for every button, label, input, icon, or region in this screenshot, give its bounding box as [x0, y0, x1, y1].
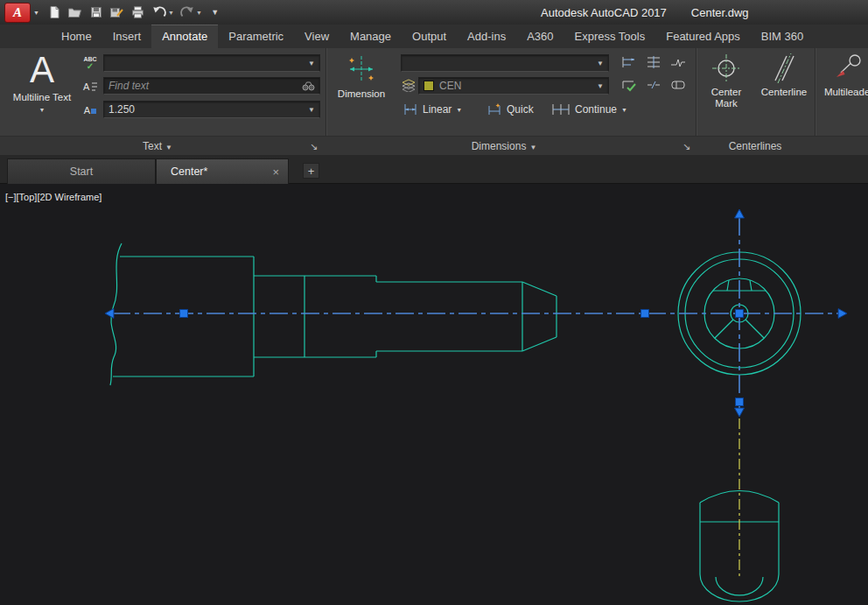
linear-dimension-button[interactable]: Linear ▼ — [402, 102, 462, 116]
quick-access-toolbar: ▼ ▼ ▼ — [45, 2, 225, 23]
layer-combo-arrow-icon[interactable]: ▼ — [593, 82, 604, 90]
grip-triangle-top[interactable] — [735, 209, 745, 218]
print-button[interactable] — [129, 2, 148, 23]
title-bar: A ▼ ▼ ▼ — [0, 0, 868, 25]
linear-label: Linear — [423, 103, 452, 116]
file-tab-start[interactable]: Start — [7, 158, 156, 184]
tab-manage[interactable]: Manage — [340, 25, 402, 48]
dimension-layer-combo[interactable]: CEN ▼ — [418, 77, 609, 95]
grip-square-center[interactable] — [736, 310, 744, 318]
tab-home[interactable]: Home — [51, 25, 102, 48]
viewport-minus-control[interactable]: [−] — [5, 192, 17, 202]
dim-break-icon — [645, 77, 662, 93]
grip-triangle-left[interactable] — [105, 309, 114, 319]
multiline-text-icon: A — [30, 50, 54, 90]
redo-button[interactable]: ▼ — [178, 2, 204, 23]
text-style-select[interactable]: ▼ — [103, 54, 320, 72]
center-mark-button[interactable]: Center Mark — [699, 52, 753, 109]
layer-color-swatch — [424, 81, 434, 91]
undo-dropdown-icon[interactable]: ▼ — [168, 10, 174, 16]
dim-update-button[interactable] — [618, 75, 640, 95]
dimension-style-arrow-icon[interactable]: ▼ — [593, 60, 604, 67]
save-as-button[interactable] — [108, 2, 127, 23]
drawing-viewport[interactable] — [0, 184, 868, 605]
continue-dimension-button[interactable]: Continue ▼ — [551, 102, 627, 116]
text-align-button[interactable]: A — [80, 78, 100, 95]
shaft-side-view-geometry[interactable] — [110, 243, 556, 385]
tab-a360[interactable]: A360 — [516, 25, 564, 48]
tab-parametric[interactable]: Parametric — [218, 25, 294, 48]
save-as-icon — [109, 5, 124, 19]
qat-customize-button[interactable]: ▼ — [206, 2, 225, 23]
grip-square[interactable] — [180, 310, 188, 318]
dimension-button[interactable]: Dimension — [331, 52, 392, 100]
open-file-button[interactable] — [66, 2, 85, 23]
redo-dropdown-icon[interactable]: ▼ — [196, 10, 202, 16]
viewport-visualstyle-control[interactable]: [2D Wireframe] — [37, 192, 102, 202]
dim-inspect-button[interactable] — [667, 75, 690, 95]
dimension-style-select[interactable]: ▼ — [401, 54, 609, 72]
undo-button[interactable]: ▼ — [150, 2, 176, 23]
save-icon — [89, 5, 103, 19]
text-panel-launcher-icon[interactable]: ↘ — [310, 137, 318, 156]
grip-triangle-bottom[interactable] — [735, 408, 745, 417]
layers-button[interactable] — [399, 76, 418, 94]
find-text-input[interactable] — [108, 80, 302, 92]
dim-baseline-button[interactable] — [618, 53, 640, 72]
grip-triangle-right[interactable] — [838, 309, 847, 319]
layers-icon — [402, 79, 416, 92]
dimensions-panel-title[interactable]: Dimensions▼ — [326, 137, 682, 156]
tab-annotate[interactable]: Annotate — [151, 25, 218, 48]
text-panel-title[interactable]: Text▼ — [0, 137, 315, 156]
dim-adjust-space-icon — [645, 54, 662, 70]
linear-dim-icon — [402, 102, 418, 116]
centerline-button[interactable]: Centerline — [757, 52, 811, 98]
dim-adjust-space-button[interactable] — [642, 53, 665, 72]
tab-express-tools[interactable]: Express Tools — [564, 25, 656, 48]
tab-view[interactable]: View — [294, 25, 340, 48]
tab-output[interactable]: Output — [402, 25, 457, 48]
dimensions-panel-launcher-icon[interactable]: ↘ — [682, 137, 690, 156]
text-height-input[interactable] — [108, 103, 304, 116]
grip-square[interactable] — [736, 398, 744, 406]
spell-check-button[interactable]: ABC✓ — [80, 54, 100, 72]
dim-baseline-icon — [620, 54, 638, 70]
tab-bim360[interactable]: BIM 360 — [751, 25, 814, 48]
close-tab-icon[interactable]: × — [272, 165, 279, 179]
centerlines-panel-title: Centerlines — [696, 137, 815, 156]
app-menu-chevron-icon[interactable]: ▼ — [33, 10, 39, 16]
find-text-field[interactable] — [103, 77, 320, 95]
linear-dropdown-icon[interactable]: ▼ — [456, 107, 462, 113]
file-tab-center[interactable]: Center* × — [156, 158, 289, 184]
tab-featured-apps[interactable]: Featured Apps — [655, 25, 751, 48]
start-tab-label: Start — [70, 165, 93, 178]
dimensions-panel-flyout-icon[interactable]: ▼ — [529, 144, 536, 151]
autocad-app-menu-button[interactable]: A — [4, 3, 31, 23]
dim-jog-button[interactable] — [667, 53, 690, 72]
viewport-view-control[interactable]: [Top] — [17, 192, 38, 202]
multiline-text-button[interactable]: A Multiline Text ▼ — [7, 50, 77, 116]
spell-check-icon: ABC✓ — [83, 56, 96, 70]
dim-break-button[interactable] — [642, 75, 665, 95]
text-height-combo[interactable]: ▼ — [103, 101, 320, 118]
text-height-arrow-icon[interactable]: ▼ — [304, 106, 315, 114]
text-style-select-arrow-icon[interactable]: ▼ — [304, 60, 315, 67]
tab-addins[interactable]: Add-ins — [457, 25, 516, 48]
multiline-text-dropdown-icon[interactable]: ▼ — [39, 104, 46, 116]
text-panel-flyout-icon[interactable]: ▼ — [165, 144, 172, 151]
text-style-icon: A — [84, 106, 96, 116]
quick-dimension-button[interactable]: Quick — [486, 102, 534, 116]
grip-square[interactable] — [641, 310, 649, 318]
multileader-icon — [833, 52, 864, 85]
center-tab-label: Center* — [171, 165, 207, 178]
text-style-button[interactable]: A — [80, 102, 100, 119]
continue-dropdown-icon[interactable]: ▼ — [621, 107, 627, 113]
tab-insert[interactable]: Insert — [102, 25, 152, 48]
new-tab-button[interactable]: + — [303, 163, 319, 179]
panel-label-strip: Text▼ ↘ Dimensions▼ ↘ Centerlines — [0, 136, 868, 155]
drawing-area[interactable]: [−] [Top] [2D Wireframe] — [0, 184, 868, 605]
multiline-text-label: Multiline Text — [13, 92, 71, 103]
new-file-button[interactable] — [45, 2, 64, 23]
multileader-button[interactable]: Multileader — [820, 52, 868, 98]
save-button[interactable] — [87, 2, 106, 23]
